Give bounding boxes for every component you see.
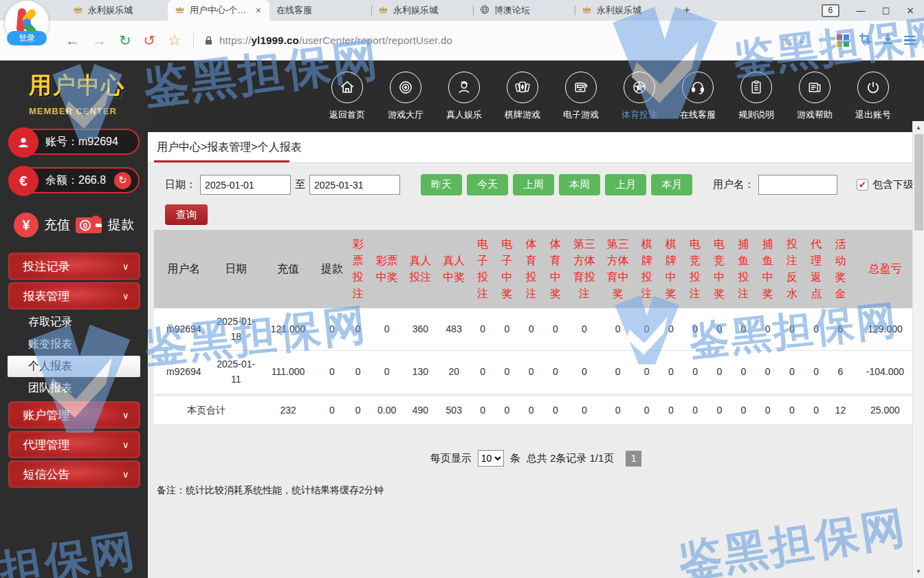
minimize-button-icon[interactable]: — [856,5,866,16]
sidebar-submenu-item[interactable]: 团队报表 [8,378,140,399]
browser-tab[interactable]: 用户中心-个人总览× [168,0,270,21]
summary-cell: 0 [519,395,543,425]
page-scrollbar[interactable]: ▲ ▼ [912,121,924,578]
undo-icon[interactable]: ↺ [144,33,156,47]
forward-icon[interactable]: → [92,33,107,47]
browser-tab[interactable]: 博澳论坛 [473,0,575,21]
scroll-down-icon[interactable]: ▼ [913,565,924,578]
include-sub-checkbox[interactable]: ✔ [857,179,868,191]
nav-item-home[interactable]: 返回首页 [329,72,365,121]
table-cell: 0 [659,351,683,395]
sidebar-menu-1[interactable]: 投注记录∨ [8,253,140,280]
table-cell: 0 [601,308,635,351]
summary-cell: 232 [258,395,318,425]
maximize-button-icon[interactable]: □ [882,6,890,15]
slots-icon [565,72,597,103]
quick-range-button[interactable]: 上周 [513,174,554,195]
summary-cell: 0 [732,395,756,425]
table-cell: 6 [828,351,852,395]
url-text[interactable]: https://yl1999.co/userCenter/report/repo… [219,34,452,46]
table-cell: 0 [346,308,370,351]
date-from-input[interactable] [200,175,291,195]
tab-label: 在线客服 [276,4,364,17]
chevron-down-icon: ∨ [122,261,129,272]
per-page-unit: 条 [510,452,520,465]
new-tab-button[interactable]: + [676,0,697,21]
withdraw-button[interactable]: 0 提款 [75,215,134,235]
sidebar-menu-2[interactable]: 报表管理∨ [8,282,140,310]
table-cell: 0 [804,308,828,351]
tab-count-badge[interactable]: 6 [822,4,839,17]
refresh-balance-icon[interactable]: ↻ [114,172,131,189]
nav-item-sports[interactable]: 体育投注 [622,72,657,121]
nav-item-label: 棋牌游戏 [505,109,540,121]
apps-grid-icon[interactable] [837,34,849,47]
back-icon[interactable]: ← [65,33,80,47]
table-cell: 0 [707,351,732,395]
nav-item-card-games[interactable]: 棋牌游戏 [505,72,540,121]
browser-tab[interactable]: 永利娱乐城 [575,0,676,21]
column-header: 彩票投注 [346,230,370,308]
browser-login-button[interactable]: 登录 [7,31,47,45]
sidebar-submenu-item[interactable]: 账变报表 [8,334,140,355]
card-games-icon [507,72,538,103]
browser-tab[interactable]: 永利娱乐城 [371,0,473,21]
sidebar-menu-label: 报表管理 [23,288,70,304]
logo-subtitle: MEMBER CENTER [29,106,148,116]
column-header: 体育投注 [519,230,543,308]
close-button-icon[interactable]: × [906,5,914,16]
table-cell: 0 [519,308,543,351]
screenshot-crop-icon[interactable] [859,32,872,48]
menu-hamburger-icon[interactable] [904,36,916,45]
browser-tab[interactable]: 永利娱乐城 [66,0,168,21]
table-cell: 0 [601,351,635,395]
sidebar-submenu-item[interactable]: 存取记录 [8,312,140,333]
wallet-icon: 0 [75,215,102,235]
browser-tab[interactable]: 在线客服 [270,0,371,21]
date-to-input[interactable] [309,175,400,195]
nav-item-game-hall[interactable]: 游戏大厅 [388,72,424,121]
sidebar-submenu-item[interactable]: 个人报表 [8,356,140,377]
table-header-row: 用户名日期充值提款彩票投注彩票中奖真人投注真人中奖电子投注电子中奖体育投注体育中… [154,230,918,308]
sidebar-menu-label: 代理管理 [23,437,70,453]
nav-item-customer-service[interactable]: 在线客服 [680,72,716,121]
column-header: 总盈亏 [852,230,918,308]
quick-range-button[interactable]: 本周 [559,174,600,195]
nav-item-rules[interactable]: 规则说明 [738,72,774,121]
quick-range-button[interactable]: 上月 [605,174,646,195]
sidebar-menu-7[interactable]: 账户管理∨ [8,401,140,429]
column-header: 彩票中奖 [370,230,404,308]
per-page-select[interactable]: 10 [478,450,504,467]
nav-item-logout[interactable]: 退出账号 [855,72,891,121]
username-input[interactable] [758,175,837,195]
bookmark-star-icon[interactable]: ☆ [168,33,182,48]
nav-item-help[interactable]: 游戏帮助 [797,72,833,121]
summary-label: 本页合计 [154,395,258,425]
report-table: 用户名日期充值提款彩票投注彩票中奖真人投注真人中奖电子投注电子中奖体育投注体育中… [154,230,918,425]
nav-item-slots[interactable]: 电子游戏 [563,72,599,121]
page-star-icon[interactable]: ☆ [782,32,794,49]
page-number-button[interactable]: 1 [626,451,641,467]
quick-range-button[interactable]: 昨天 [421,174,462,195]
nav-item-label: 真人娱乐 [446,109,482,121]
summary-cell: 490 [404,395,437,425]
refresh-icon[interactable]: ↻ [119,33,131,47]
recharge-button[interactable]: ¥ 充值 [14,213,70,237]
nav-item-live-casino[interactable]: 真人娱乐 [446,72,482,121]
quick-range-button[interactable]: 本月 [651,174,692,195]
summary-cell: 0 [318,395,346,425]
summary-cell: 0 [659,395,683,425]
search-button[interactable]: 查询 [165,204,208,225]
help-icon [799,72,830,103]
table-cell: 111.000 [258,351,318,395]
scrollbar-thumb[interactable] [914,134,923,231]
scroll-up-icon[interactable]: ▲ [913,121,924,134]
star-dropdown-icon[interactable]: ⌄ [798,35,806,45]
table-cell: 0 [659,308,683,351]
table-cell: 0 [780,351,804,395]
sidebar-menu-8[interactable]: 代理管理∨ [8,431,140,458]
quick-range-button[interactable]: 今天 [467,174,508,195]
sidebar-menu-9[interactable]: 短信公告∨ [8,460,140,488]
tab-close-icon[interactable]: × [254,5,263,16]
download-icon[interactable] [881,32,894,48]
